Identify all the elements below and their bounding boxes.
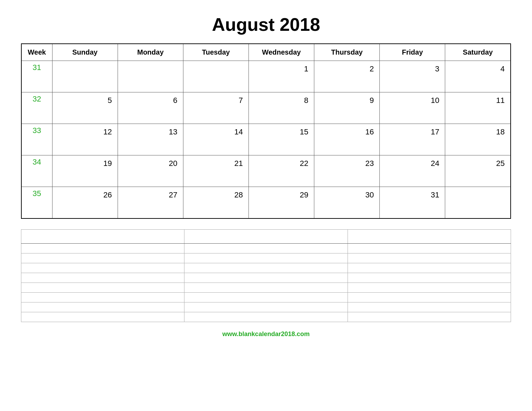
day-cell-32-sunday: 5 <box>52 92 118 124</box>
day-cell-35-tuesday: 28 <box>183 187 248 218</box>
week-row-35: 35262728293031 <box>21 187 511 218</box>
week-number-34: 34 <box>21 155 52 187</box>
day-number: 17 <box>383 126 441 137</box>
notes-cell-2-0 <box>21 263 184 273</box>
week-number-31: 31 <box>21 61 52 92</box>
notes-cell-5-2 <box>348 292 511 302</box>
header-wednesday: Wednesday <box>248 44 314 61</box>
day-number: 6 <box>121 95 180 105</box>
day-number: 21 <box>187 158 245 168</box>
day-cell-31-saturday: 4 <box>445 61 511 92</box>
day-cell-34-sunday: 19 <box>52 155 118 187</box>
day-cell-33-tuesday: 14 <box>183 124 248 155</box>
header-saturday: Saturday <box>445 44 511 61</box>
header-monday: Monday <box>118 44 183 61</box>
notes-cell-6-1 <box>184 302 348 312</box>
day-number: 15 <box>252 126 310 137</box>
day-number: 10 <box>383 95 441 105</box>
notes-cell-0-2 <box>348 243 511 253</box>
day-cell-33-wednesday: 15 <box>248 124 314 155</box>
day-number: 3 <box>383 63 441 74</box>
day-number: 24 <box>383 158 441 168</box>
header-week: Week <box>21 44 52 61</box>
week-number-33: 33 <box>21 124 52 155</box>
notes-line-row-2 <box>21 263 511 273</box>
day-number: 14 <box>187 126 245 137</box>
day-cell-35-monday: 27 <box>118 187 183 218</box>
header-thursday: Thursday <box>314 44 380 61</box>
day-cell-34-thursday: 23 <box>314 155 380 187</box>
week-row-31: 311234 <box>21 61 511 92</box>
day-cell-34-saturday: 25 <box>445 155 511 187</box>
day-number: 30 <box>318 189 376 200</box>
day-number: 28 <box>187 189 245 200</box>
day-cell-33-friday: 17 <box>380 124 445 155</box>
notes-line-row-3 <box>21 273 511 283</box>
week-number-35: 35 <box>21 187 52 218</box>
day-number: 16 <box>318 126 376 137</box>
day-number: 9 <box>318 95 376 105</box>
notes-cell-5-0 <box>21 292 184 302</box>
notes-cell-4-0 <box>21 283 184 292</box>
day-cell-32-friday: 10 <box>380 92 445 124</box>
week-row-34: 3419202122232425 <box>21 155 511 187</box>
website-anchor[interactable]: www.blankcalendar2018.com <box>222 330 309 337</box>
day-number: 23 <box>318 158 376 168</box>
day-number: 7 <box>187 95 245 105</box>
notes-line-row-0 <box>21 243 511 253</box>
day-cell-31-thursday: 2 <box>314 61 380 92</box>
website-link[interactable]: www.blankcalendar2018.com <box>222 330 309 338</box>
day-cell-32-thursday: 9 <box>314 92 380 124</box>
calendar-table: Week Sunday Monday Tuesday Wednesday Thu… <box>21 43 511 219</box>
notes-cell-1-1 <box>184 253 348 263</box>
notes-cell-3-0 <box>21 273 184 283</box>
day-number: 11 <box>449 95 507 105</box>
day-cell-32-wednesday: 8 <box>248 92 314 124</box>
day-number: 13 <box>121 126 180 137</box>
day-cell-31-friday: 3 <box>380 61 445 92</box>
notes-cell-7-2 <box>348 312 511 322</box>
notes-header-row <box>21 229 511 243</box>
header-friday: Friday <box>380 44 445 61</box>
day-cell-34-wednesday: 22 <box>248 155 314 187</box>
week-number-32: 32 <box>21 92 52 124</box>
day-cell-35-sunday: 26 <box>52 187 118 218</box>
notes-cell-1-0 <box>21 253 184 263</box>
day-cell-31-wednesday: 1 <box>248 61 314 92</box>
notes-cell-5-1 <box>184 292 348 302</box>
notes-line-row-1 <box>21 253 511 263</box>
calendar-wrapper: Week Sunday Monday Tuesday Wednesday Thu… <box>21 43 511 322</box>
day-number: 22 <box>252 158 310 168</box>
notes-cell-7-1 <box>184 312 348 322</box>
day-cell-31-monday <box>118 61 183 92</box>
day-cell-33-thursday: 16 <box>314 124 380 155</box>
header-sunday: Sunday <box>52 44 118 61</box>
notes-cell-2-1 <box>184 263 348 273</box>
day-cell-31-sunday <box>52 61 118 92</box>
day-number: 18 <box>449 126 507 137</box>
notes-cell-0-1 <box>184 243 348 253</box>
day-cell-33-saturday: 18 <box>445 124 511 155</box>
day-cell-34-monday: 20 <box>118 155 183 187</box>
notes-line-row-6 <box>21 302 511 312</box>
day-cell-34-friday: 24 <box>380 155 445 187</box>
day-cell-33-sunday: 12 <box>52 124 118 155</box>
notes-line-row-5 <box>21 292 511 302</box>
day-number: 1 <box>252 63 310 74</box>
day-cell-35-saturday <box>445 187 511 218</box>
notes-header-cell-2 <box>348 229 511 243</box>
day-number: 29 <box>252 189 310 200</box>
notes-cell-7-0 <box>21 312 184 322</box>
day-number: 20 <box>121 158 180 168</box>
notes-cell-3-2 <box>348 273 511 283</box>
day-cell-33-monday: 13 <box>118 124 183 155</box>
day-number: 4 <box>449 63 507 74</box>
day-number: 8 <box>252 95 310 105</box>
notes-cell-4-1 <box>184 283 348 292</box>
notes-cell-2-2 <box>348 263 511 273</box>
header-tuesday: Tuesday <box>183 44 248 61</box>
day-number: 5 <box>56 95 114 105</box>
day-number: 26 <box>56 189 114 200</box>
day-number: 27 <box>121 189 180 200</box>
week-row-33: 3312131415161718 <box>21 124 511 155</box>
